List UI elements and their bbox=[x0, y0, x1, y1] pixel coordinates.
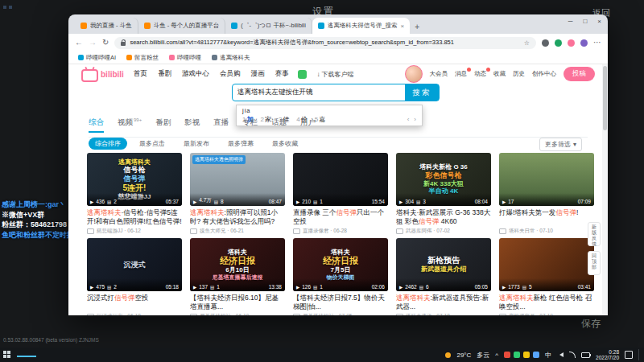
extension-icon[interactable] bbox=[568, 39, 575, 47]
video-uploader[interactable]: 尼基塔情报站 · 07-05 bbox=[293, 313, 388, 315]
video-uploader[interactable]: 沉浸式玩家 · 06-18 bbox=[87, 313, 182, 315]
browser-tab[interactable]: 逃离塔科夫得信号弹_搜索× bbox=[312, 18, 410, 34]
video-thumbnail[interactable]: 逃离塔科夫信号枪信号弹5连开!慈悲端游JJ▶436▤205:37 bbox=[87, 153, 182, 206]
browser-tab[interactable]: 我的直播 - 斗鱼 bbox=[75, 18, 138, 34]
video-title[interactable]: 逃离塔科夫:照明弹可以照1小时? 有大佬告诉我怎么用吗? bbox=[190, 208, 285, 226]
battery-icon[interactable] bbox=[581, 352, 590, 358]
uploader-icon bbox=[499, 228, 506, 234]
video-thumbnail[interactable]: ▶210▤115:54 bbox=[293, 153, 388, 206]
video-card[interactable]: ▶210▤115:54直播录像 三个信号弹只出一个空投直播录像君 · 06-28 bbox=[293, 153, 388, 235]
refresh-icon[interactable]: ↻ bbox=[102, 39, 109, 47]
video-uploader[interactable]: 摸鱼大师兄 · 06-21 bbox=[190, 228, 285, 235]
video-thumbnail[interactable]: 逃离塔科夫透色照明弹▶4.7万▤808:47 bbox=[190, 153, 285, 206]
tray-icon[interactable] bbox=[533, 352, 539, 358]
video-card[interactable]: ▶1773▤503:41逃离塔科夫新枪 红色信号枪 召唤空投...空投观察员 ·… bbox=[499, 238, 594, 315]
video-card[interactable]: 逃离塔科夫透色照明弹▶4.7万▤808:47逃离塔科夫:照明弹可以照1小时? 有… bbox=[190, 153, 285, 235]
video-title[interactable]: 逃离塔科夫·信号枪·信号弹5连开!和有白色照明弹!红色信号弹!和.. bbox=[87, 208, 182, 226]
side-button-feedback[interactable]: 新版反馈 bbox=[588, 222, 601, 246]
ime-indicator[interactable]: 中 bbox=[545, 351, 551, 360]
browser-tab[interactable]: (゜-゜)つロ 干杯~-bilibili bbox=[225, 18, 312, 34]
taskbar: 29°C 多云 ^ 中 0:28 2022/7/20 bbox=[0, 348, 644, 362]
video-title[interactable]: 逃离塔科夫:新武器道具预告:新武器... bbox=[396, 294, 491, 311]
game-save-button[interactable]: 保存 bbox=[581, 317, 601, 331]
bookmark-item[interactable]: 留言粉丝 bbox=[126, 54, 159, 62]
duration: 05:05 bbox=[475, 284, 488, 290]
weather-temp[interactable]: 29°C bbox=[456, 352, 471, 359]
url-field[interactable]: search.bilibili.com/all?vt=48112777&keyw… bbox=[114, 37, 536, 49]
taskbar-app-icon[interactable] bbox=[51, 353, 56, 357]
duration: 03:41 bbox=[578, 284, 591, 290]
video-thumbnail[interactable]: 塔科夫新枪 G 36彩色信号枪新4K 338大狙半自动 4K▶304▤308:0… bbox=[396, 153, 491, 206]
side-button-back-to-top[interactable]: 回顶部 bbox=[588, 251, 601, 275]
danmaku-icon: ▤ bbox=[313, 285, 317, 290]
page-scrollbar-thumb[interactable] bbox=[603, 66, 607, 130]
video-card[interactable]: 塔科夫经济日报6月10日尼基塔直播幕后速报▶137▤113:38【塔科夫经济日报… bbox=[190, 238, 285, 315]
video-uploader[interactable]: 塔科夫日常 · 07-10 bbox=[499, 228, 594, 235]
video-thumbnail[interactable]: ▶1707:09 bbox=[499, 153, 594, 206]
taskbar-clock[interactable]: 0:28 2022/7/20 bbox=[596, 349, 619, 361]
video-thumbnail[interactable]: ▶1773▤503:41 bbox=[499, 238, 594, 291]
profile-avatar[interactable] bbox=[580, 39, 588, 47]
show-desktop-button[interactable] bbox=[638, 349, 641, 360]
video-thumbnail[interactable]: 新枪预告新武器道具介绍▶2462▤605:05 bbox=[396, 238, 491, 291]
video-uploader[interactable]: 武器库阿伟 · 07-02 bbox=[396, 228, 491, 235]
video-title[interactable]: 【塔科夫经济日报7.5】物价天梯图|怕... bbox=[293, 294, 388, 311]
bookmark-item[interactable]: 逃离塔科夫 bbox=[212, 54, 250, 62]
extension-icon[interactable] bbox=[542, 39, 549, 47]
thumbnail-text: 新武器道具介绍 bbox=[421, 265, 466, 274]
tray-icon[interactable] bbox=[514, 352, 520, 358]
video-title[interactable]: 逃离塔科夫新枪 红色信号枪 召唤空投... bbox=[499, 294, 594, 311]
weather-icon bbox=[445, 352, 451, 358]
bookmark-item[interactable]: 哔哩哔哩 bbox=[169, 54, 201, 62]
forward-icon[interactable]: → bbox=[89, 39, 97, 47]
video-card[interactable]: 新枪预告新武器道具介绍▶2462▤605:05逃离塔科夫:新武器道具预告:新武器… bbox=[396, 238, 491, 315]
video-card[interactable]: 塔科夫经济日报7月5日物价天梯图▶126▤102:06【塔科夫经济日报7.5】物… bbox=[293, 238, 388, 315]
browser-tab[interactable]: 斗鱼 - 每个人的直播平台 bbox=[138, 18, 226, 34]
video-title[interactable]: 打爆!塔科夫第一发信号弹! bbox=[499, 208, 594, 226]
video-card[interactable]: 逃离塔科夫信号枪信号弹5连开!慈悲端游JJ▶436▤205:37逃离塔科夫·信号… bbox=[87, 153, 182, 235]
video-uploader[interactable]: 塔科夫速递 · 07-18 bbox=[396, 313, 491, 315]
duration: 08:47 bbox=[269, 199, 282, 204]
video-card[interactable]: ▶1707:09打爆!塔科夫第一发信号弹!塔科夫日常 · 07-10 bbox=[499, 153, 594, 235]
tray-icon[interactable] bbox=[504, 352, 510, 358]
notification-center-icon[interactable] bbox=[625, 351, 633, 359]
video-stats: ▶304▤308:04 bbox=[396, 193, 491, 206]
video-thumbnail[interactable]: 沉浸式▶475▤205:18 bbox=[87, 238, 182, 291]
video-title[interactable]: 沉浸式打信号弹空投 bbox=[87, 294, 182, 311]
play-count: 1773 bbox=[508, 284, 519, 290]
danmaku-icon: ▤ bbox=[214, 200, 218, 204]
video-title[interactable]: 直播录像 三个信号弹只出一个空投 bbox=[293, 208, 388, 226]
video-uploader[interactable]: 慈悲端游JJ · 06-12 bbox=[87, 228, 182, 235]
weather-desc[interactable]: 多云 bbox=[477, 351, 489, 360]
play-count: 304 bbox=[405, 199, 414, 204]
play-count: 210 bbox=[302, 199, 311, 204]
video-uploader[interactable]: 直播录像君 · 06-28 bbox=[293, 228, 388, 235]
play-icon: ▶ bbox=[90, 200, 93, 204]
browser-menu-icon[interactable]: ⋯ bbox=[593, 39, 601, 47]
minimize-button[interactable]: ─ bbox=[568, 18, 573, 25]
back-icon[interactable]: ← bbox=[75, 39, 83, 47]
video-card[interactable]: 塔科夫新枪 G 36彩色信号枪新4K 338大狙半自动 4K▶304▤308:0… bbox=[396, 153, 491, 235]
start-button[interactable] bbox=[3, 351, 11, 359]
video-uploader[interactable]: 尼基塔情报站 · 06-10 bbox=[190, 313, 285, 315]
bookmark-item[interactable]: 哔哩哔哩AI bbox=[78, 54, 116, 62]
tray-expand-icon[interactable]: ^ bbox=[495, 352, 498, 359]
video-thumbnail[interactable]: 塔科夫经济日报6月10日尼基塔直播幕后速报▶137▤113:38 bbox=[190, 238, 285, 291]
title-text: ! bbox=[576, 208, 578, 216]
danmaku-count: 2 bbox=[114, 199, 117, 204]
extension-icon[interactable] bbox=[555, 39, 562, 47]
video-title[interactable]: 塔科夫·新武器展示 G-36 338大狙 彩色信号弹 4K60 bbox=[396, 208, 491, 226]
favorite-star-icon[interactable]: ☆ bbox=[524, 39, 530, 47]
video-thumbnail[interactable]: 塔科夫经济日报7月5日物价天梯图▶126▤102:06 bbox=[293, 238, 388, 291]
network-icon[interactable] bbox=[569, 352, 576, 358]
video-card[interactable]: 沉浸式▶475▤205:18沉浸式打信号弹空投沉浸式玩家 · 06-18 bbox=[87, 238, 182, 315]
video-title[interactable]: 【塔科夫经济日报6.10】尼基塔直播幕... bbox=[190, 294, 285, 311]
close-button[interactable]: × bbox=[597, 18, 601, 25]
tray-icon[interactable] bbox=[523, 352, 530, 358]
tab-close-icon[interactable]: × bbox=[401, 23, 405, 30]
bookmark-favicon bbox=[78, 55, 84, 60]
new-tab-button[interactable]: + bbox=[415, 23, 419, 31]
volume-icon[interactable] bbox=[557, 352, 564, 357]
video-uploader[interactable]: 空投观察员 · 07-19 bbox=[499, 313, 594, 315]
maximize-button[interactable]: □ bbox=[583, 18, 587, 25]
